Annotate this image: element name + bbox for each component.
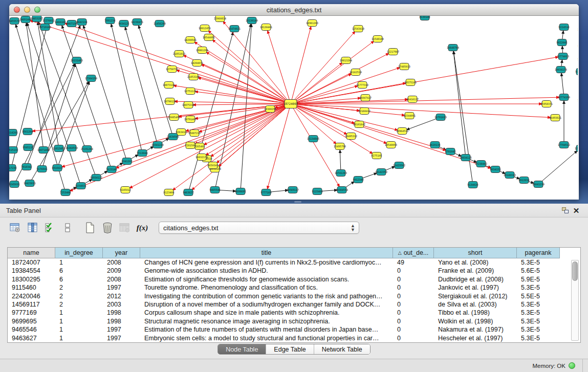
select-all-rows-button[interactable] bbox=[43, 221, 57, 235]
table-vertical-scrollbar[interactable] bbox=[571, 260, 579, 341]
network-node[interactable]: 20790113 bbox=[164, 98, 176, 105]
network-node[interactable]: 14134051 bbox=[577, 56, 578, 63]
network-node[interactable]: 17304190 bbox=[85, 75, 97, 82]
network-node[interactable]: 16791023 bbox=[434, 114, 447, 121]
function-builder-button[interactable]: f(x) bbox=[135, 221, 149, 235]
column-header-in_degree[interactable]: in_degree bbox=[55, 248, 103, 258]
network-node[interactable]: 9515132 bbox=[9, 147, 18, 154]
table-selector-dropdown[interactable]: citations_edges.txt ▲▼ bbox=[159, 222, 359, 234]
network-node[interactable]: 7910342 bbox=[21, 164, 32, 170]
network-node[interactable]: 7891234 bbox=[104, 17, 115, 24]
network-node[interactable]: 10423513 bbox=[577, 97, 578, 104]
network-node[interactable]: 6910423 bbox=[52, 165, 62, 171]
network-edge[interactable] bbox=[291, 62, 342, 104]
network-node[interactable]: 12543410 bbox=[352, 26, 364, 32]
network-node[interactable]: 11034122 bbox=[577, 43, 578, 50]
network-node[interactable]: 16912034 bbox=[577, 27, 578, 33]
network-node[interactable]: 14200941 bbox=[184, 37, 197, 43]
network-node[interactable]: 11013451 bbox=[53, 145, 65, 152]
table-row[interactable]: 1938455462009Genome-wide association stu… bbox=[8, 267, 560, 275]
network-node[interactable]: 9620134 bbox=[429, 142, 440, 148]
network-window-titlebar[interactable]: citations_edges.txt bbox=[9, 4, 579, 16]
network-node[interactable]: 8912340 bbox=[353, 177, 363, 183]
network-node[interactable]: 11777310 bbox=[356, 82, 368, 89]
table-row[interactable]: 946362711997Embryonic stem cells: a mode… bbox=[8, 334, 560, 342]
network-edge[interactable] bbox=[561, 73, 564, 97]
network-node[interactable]: 20131403 bbox=[71, 57, 83, 64]
network-node[interactable]: 19813204 bbox=[340, 57, 352, 64]
network-node[interactable]: 26260550 bbox=[66, 145, 78, 151]
network-node[interactable]: 18548093 bbox=[385, 142, 397, 148]
network-node[interactable]: 10719188 bbox=[39, 24, 51, 31]
network-edge[interactable] bbox=[193, 104, 291, 105]
network-edge[interactable] bbox=[57, 82, 90, 168]
network-node[interactable]: 19861201 bbox=[196, 47, 208, 54]
network-node[interactable]: 14204071 bbox=[191, 60, 203, 67]
new-table-button[interactable] bbox=[83, 221, 97, 235]
clear-selection-button[interactable] bbox=[60, 221, 75, 235]
network-node[interactable]: 10964513 bbox=[396, 128, 408, 135]
table-row[interactable]: 946554611997Estimation of the future num… bbox=[8, 325, 560, 334]
network-node[interactable]: 10873115 bbox=[163, 82, 175, 89]
network-node[interactable]: 18575105 bbox=[404, 79, 417, 86]
network-node[interactable]: 15495798 bbox=[334, 143, 346, 150]
network-node[interactable]: 11423502 bbox=[393, 162, 405, 169]
network-node[interactable]: 16416127 bbox=[406, 96, 419, 103]
tab-network-table[interactable]: Network Table bbox=[314, 344, 370, 354]
network-node[interactable]: 7281504 bbox=[185, 142, 195, 149]
network-edge[interactable] bbox=[194, 42, 291, 104]
network-node[interactable]: 9115460 bbox=[312, 188, 322, 195]
float-panel-button[interactable] bbox=[559, 205, 571, 215]
network-node[interactable]: 7614203 bbox=[9, 129, 18, 136]
insert-column-button[interactable] bbox=[26, 221, 40, 235]
network-node[interactable]: 12160412 bbox=[358, 108, 371, 115]
network-edge[interactable] bbox=[27, 23, 81, 186]
network-node[interactable]: 9822045 bbox=[556, 39, 567, 46]
network-edge[interactable] bbox=[70, 104, 291, 191]
network-node[interactable]: 21853107 bbox=[187, 74, 200, 80]
network-edge[interactable] bbox=[267, 104, 291, 189]
network-node[interactable]: 10034178 bbox=[555, 67, 567, 73]
column-header-short[interactable]: short bbox=[434, 248, 517, 258]
network-edge[interactable] bbox=[453, 51, 473, 185]
network-node[interactable]: 16032174 bbox=[195, 154, 208, 161]
network-node[interactable]: 11634505 bbox=[167, 134, 179, 140]
network-node[interactable]: 9455578 bbox=[9, 18, 20, 25]
table-row[interactable]: 1872400712008Changes of HCN gene express… bbox=[8, 258, 560, 267]
network-node[interactable]: 10871404 bbox=[37, 147, 50, 154]
network-edge[interactable] bbox=[453, 51, 466, 158]
network-node[interactable]: 12751121 bbox=[184, 88, 197, 95]
network-node[interactable]: 12217987 bbox=[387, 49, 399, 55]
network-node[interactable]: 8042134 bbox=[76, 19, 87, 26]
network-node[interactable]: 20691406 bbox=[19, 16, 32, 23]
network-edge[interactable] bbox=[30, 20, 291, 104]
network-node[interactable]: 15958371 bbox=[540, 101, 553, 107]
network-canvas[interactable]: 1872400718544091198612011420407121853107… bbox=[9, 16, 578, 199]
network-node[interactable]: 16648784 bbox=[447, 45, 459, 51]
network-node[interactable]: 9463627 bbox=[183, 189, 193, 196]
network-node[interactable]: 10423811 bbox=[24, 180, 36, 187]
network-node[interactable]: 12013404 bbox=[575, 145, 578, 152]
network-edge[interactable] bbox=[268, 31, 291, 104]
network-node[interactable]: 25191204 bbox=[81, 146, 93, 152]
tab-node-table[interactable]: Node Table bbox=[218, 344, 266, 354]
table-row[interactable]: 977716911998Corpus callosum shape and si… bbox=[8, 309, 560, 317]
network-node[interactable]: 14569117 bbox=[287, 187, 299, 193]
network-node[interactable]: 9777169 bbox=[260, 189, 271, 196]
network-node[interactable]: 18101647 bbox=[353, 121, 365, 128]
delete-column-button[interactable] bbox=[118, 221, 132, 235]
network-node[interactable]: 11544091 bbox=[403, 113, 416, 119]
column-header-name[interactable]: name bbox=[8, 248, 55, 258]
network-node[interactable]: 20140313 bbox=[504, 172, 516, 179]
network-node[interactable]: 19384554 bbox=[336, 187, 348, 193]
network-node[interactable]: 9176041 bbox=[36, 166, 47, 172]
network-node[interactable]: 8417230 bbox=[9, 165, 17, 171]
network-node[interactable]: 12774190 bbox=[558, 94, 570, 101]
network-node[interactable]: 15134845 bbox=[307, 136, 319, 142]
network-node[interactable]: 9467138 bbox=[66, 20, 77, 27]
network-node[interactable]: 9034125 bbox=[118, 20, 129, 27]
network-edge[interactable] bbox=[64, 23, 291, 104]
network-node[interactable]: 8123404 bbox=[163, 189, 174, 196]
network-node[interactable]: 9134502 bbox=[575, 69, 578, 75]
network-node[interactable]: 16934122 bbox=[90, 174, 102, 181]
